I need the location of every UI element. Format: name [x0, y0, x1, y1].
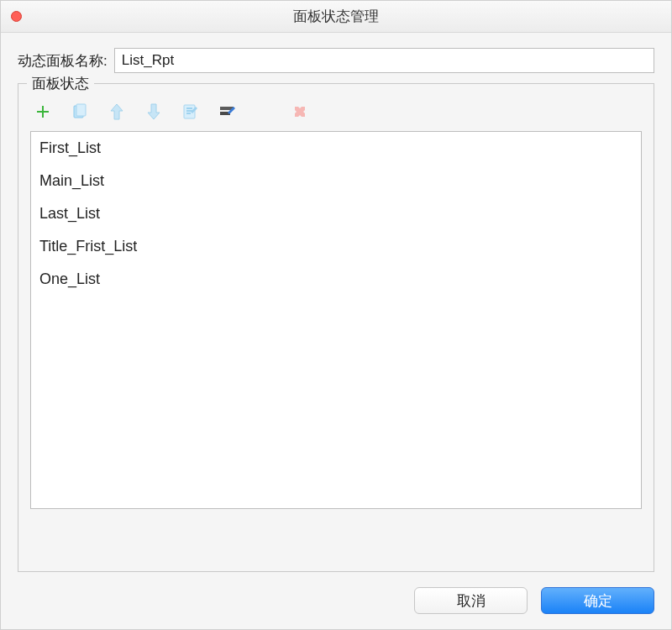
list-item[interactable]: Last_List	[31, 197, 641, 230]
copy-icon[interactable]	[71, 102, 89, 121]
edit-icon[interactable]	[181, 102, 200, 121]
edit2-icon[interactable]	[218, 102, 237, 121]
list-item[interactable]: First_List	[31, 132, 641, 165]
delete-icon[interactable]	[291, 102, 309, 121]
name-label: 动态面板名称:	[18, 51, 108, 71]
arrow-up-icon[interactable]	[108, 102, 126, 121]
list-item[interactable]: Title_Frist_List	[31, 230, 641, 263]
window-title: 面板状态管理	[11, 7, 661, 26]
list-item[interactable]: One_List	[31, 263, 641, 296]
cancel-button[interactable]: 取消	[414, 587, 528, 614]
svg-rect-1	[76, 104, 86, 116]
states-fieldset: 面板状态	[18, 83, 654, 572]
list-item[interactable]: Main_List	[31, 165, 641, 197]
content-area: 动态面板名称: 面板状态	[1, 33, 671, 575]
panel-name-input[interactable]	[114, 48, 654, 73]
titlebar: 面板状态管理	[1, 1, 671, 33]
close-icon[interactable]	[11, 11, 22, 22]
arrow-down-icon[interactable]	[144, 102, 163, 121]
fieldset-legend: 面板状态	[27, 74, 94, 93]
dialog-window: 面板状态管理 动态面板名称: 面板状态	[0, 0, 672, 630]
toolbar	[30, 96, 642, 131]
window-controls	[11, 11, 22, 22]
name-row: 动态面板名称:	[18, 48, 654, 73]
ok-button[interactable]: 确定	[541, 587, 654, 614]
footer: 取消 确定	[1, 575, 671, 629]
add-icon[interactable]	[34, 102, 52, 121]
states-listbox[interactable]: First_List Main_List Last_List Title_Fri…	[30, 131, 642, 509]
